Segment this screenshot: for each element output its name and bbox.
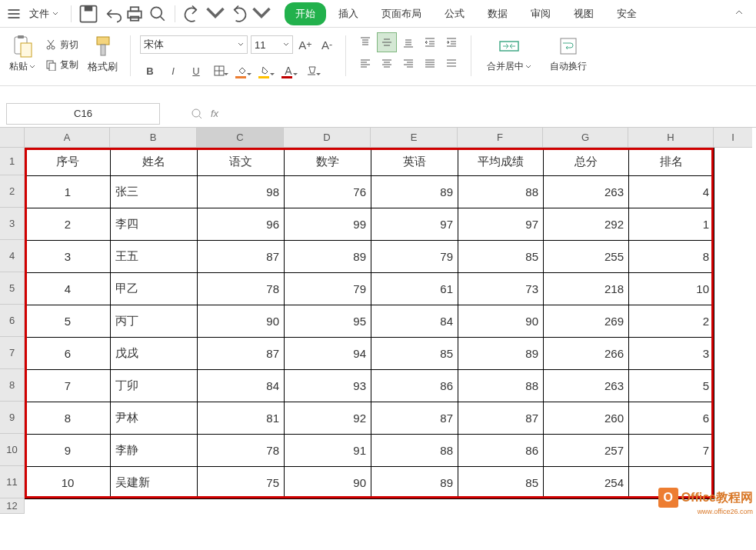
align-right-button[interactable] [398, 54, 418, 74]
align-center-button[interactable] [377, 54, 397, 74]
header-cell[interactable]: 数学 [285, 148, 371, 176]
tab-formula[interactable]: 公式 [434, 2, 475, 25]
align-middle-button[interactable] [377, 32, 397, 52]
cell[interactable]: 97 [458, 208, 544, 241]
cell[interactable]: 戊戌 [111, 338, 198, 370]
header-cell[interactable]: 排名 [629, 148, 714, 176]
cell[interactable]: 1 [25, 176, 111, 208]
wrap-text-button[interactable]: 自动换行 [544, 32, 593, 85]
cell[interactable]: 李静 [111, 435, 198, 467]
tab-start[interactable]: 开始 [285, 2, 326, 25]
cell[interactable]: 76 [285, 176, 371, 208]
cell[interactable]: 8 [25, 402, 111, 435]
cell[interactable]: 3 [25, 241, 111, 273]
fill-color-button[interactable] [232, 61, 252, 81]
row-header[interactable]: 2 [0, 175, 25, 208]
distribute-button[interactable] [441, 54, 461, 74]
col-header[interactable]: A [25, 128, 110, 148]
copy-button[interactable]: 复制 [42, 55, 82, 74]
cell[interactable]: 255 [544, 241, 629, 273]
cell[interactable]: 90 [285, 467, 371, 499]
row-header[interactable]: 12 [0, 498, 25, 514]
col-header[interactable]: E [371, 128, 458, 148]
cell[interactable]: 263 [544, 370, 629, 402]
col-header[interactable]: G [543, 128, 628, 148]
cell[interactable]: 89 [371, 176, 458, 208]
select-all-corner[interactable] [0, 128, 25, 148]
cut-button[interactable]: 剪切 [42, 35, 82, 54]
header-cell[interactable]: 姓名 [111, 148, 198, 176]
cell[interactable]: 2 [629, 305, 714, 338]
cell[interactable]: 丙丁 [111, 305, 198, 338]
cell[interactable]: 257 [544, 435, 629, 467]
undo-button[interactable] [101, 3, 122, 25]
cell[interactable]: 89 [371, 467, 458, 499]
cell[interactable]: 91 [285, 435, 371, 467]
cell[interactable]: 260 [544, 402, 629, 435]
merge-center-button[interactable]: 合并居中 [481, 32, 538, 85]
cell[interactable]: 92 [285, 402, 371, 435]
cell[interactable]: 292 [544, 208, 629, 241]
row-header[interactable]: 3 [0, 208, 25, 240]
cell[interactable]: 5 [629, 370, 714, 402]
row-header[interactable]: 5 [0, 272, 25, 305]
row-header[interactable]: 1 [0, 148, 25, 175]
header-cell[interactable]: 总分 [544, 148, 629, 176]
cell-grid[interactable]: 序号 姓名 语文 数学 英语 平均成绩 总分 排名 1 张三 98 76 89 … [25, 148, 714, 514]
cell[interactable]: 263 [544, 176, 629, 208]
cell[interactable]: 79 [285, 273, 371, 305]
tab-security[interactable]: 安全 [606, 2, 648, 25]
header-cell[interactable]: 语文 [198, 148, 285, 176]
cell[interactable]: 254 [544, 467, 629, 499]
col-header[interactable]: C [197, 128, 284, 148]
cell[interactable]: 269 [544, 305, 629, 338]
tab-page-layout[interactable]: 页面布局 [371, 2, 432, 25]
align-top-button[interactable] [355, 32, 375, 52]
chevron-down-icon[interactable] [205, 3, 226, 25]
header-cell[interactable]: 序号 [25, 148, 111, 176]
cell[interactable]: 10 [629, 273, 714, 305]
cell[interactable]: 73 [458, 273, 544, 305]
cell[interactable]: 95 [285, 305, 371, 338]
cell[interactable]: 李四 [111, 208, 198, 241]
cell[interactable]: 61 [371, 273, 458, 305]
decrease-font-button[interactable]: A- [318, 35, 336, 54]
redo-dropdown[interactable] [228, 3, 249, 25]
cell[interactable]: 81 [198, 402, 285, 435]
cell[interactable]: 9 [25, 435, 111, 467]
italic-button[interactable]: I [163, 61, 183, 81]
cell[interactable]: 吴建新 [111, 467, 198, 499]
cell[interactable]: 2 [25, 208, 111, 241]
cell[interactable]: 7 [25, 370, 111, 402]
cell[interactable]: 86 [458, 435, 544, 467]
cell[interactable]: 丁卯 [111, 370, 198, 402]
col-header[interactable]: F [458, 128, 543, 148]
cell[interactable]: 王五 [111, 241, 198, 273]
hamburger-icon[interactable] [6, 6, 22, 22]
cell[interactable]: 84 [371, 305, 458, 338]
cell[interactable]: 85 [458, 467, 544, 499]
col-header[interactable]: I [714, 128, 752, 148]
col-header[interactable]: D [284, 128, 371, 148]
cell[interactable]: 84 [198, 370, 285, 402]
cell[interactable]: 97 [371, 208, 458, 241]
cell[interactable]: 8 [629, 241, 714, 273]
cell[interactable]: 98 [198, 176, 285, 208]
cell[interactable]: 87 [371, 402, 458, 435]
header-cell[interactable]: 英语 [371, 148, 458, 176]
undo-dropdown[interactable] [182, 3, 203, 25]
font-name-select[interactable]: 宋体 [140, 35, 248, 54]
cell[interactable]: 张三 [111, 176, 198, 208]
cell[interactable]: 85 [371, 338, 458, 370]
row-header[interactable]: 10 [0, 434, 25, 466]
ribbon-collapse-icon[interactable] [728, 5, 750, 22]
cell[interactable]: 99 [285, 208, 371, 241]
cell[interactable]: 78 [198, 435, 285, 467]
cell[interactable]: 5 [25, 305, 111, 338]
cell[interactable]: 78 [198, 273, 285, 305]
font-color-button[interactable]: A [278, 61, 298, 81]
cell[interactable]: 6 [629, 402, 714, 435]
cell[interactable]: 甲乙 [111, 273, 198, 305]
justify-button[interactable] [420, 54, 440, 74]
cell[interactable]: 93 [285, 370, 371, 402]
